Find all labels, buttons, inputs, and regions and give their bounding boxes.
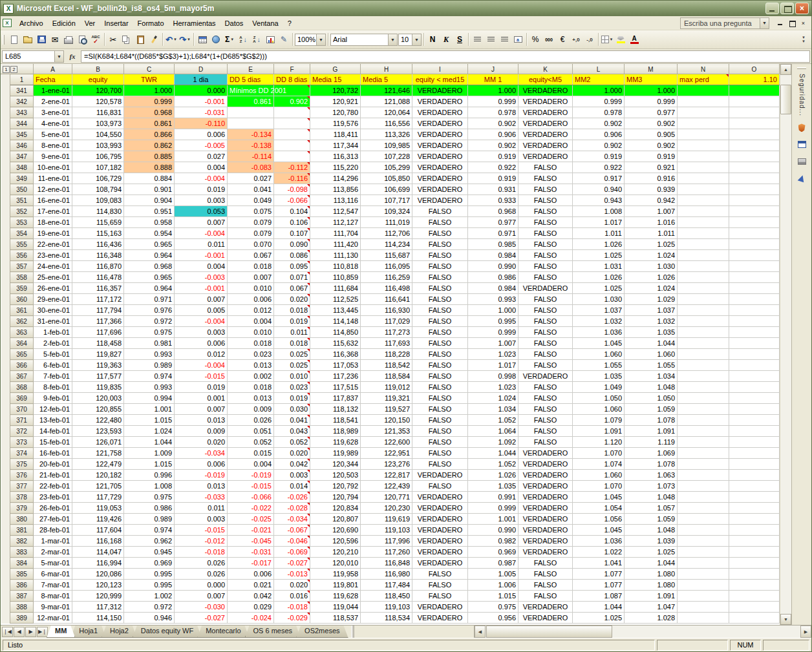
cell-M357[interactable]: 1.030 bbox=[625, 261, 678, 272]
cell-C342[interactable]: 0.999 bbox=[124, 96, 175, 107]
cell-K362[interactable]: FALSO bbox=[518, 316, 573, 327]
cell-C376[interactable]: 0.996 bbox=[124, 470, 175, 481]
cell-D1[interactable]: 1 dia bbox=[175, 74, 228, 85]
cell-D381[interactable]: -0.015 bbox=[175, 525, 228, 536]
cell-D375[interactable]: 0.006 bbox=[175, 459, 228, 470]
row-header-357[interactable]: 357 bbox=[10, 261, 34, 272]
cell-J348[interactable]: 0.922 bbox=[468, 162, 518, 173]
workbook-icon[interactable]: X bbox=[3, 19, 12, 27]
cell-M366[interactable]: 1.055 bbox=[625, 360, 678, 371]
cell-O385[interactable] bbox=[729, 569, 780, 580]
redo-button[interactable]: ↷▼ bbox=[178, 32, 191, 47]
cell-F362[interactable]: 0.019 bbox=[274, 316, 310, 327]
cell-B388[interactable]: 117,312 bbox=[72, 602, 124, 613]
column-header-G[interactable]: G bbox=[310, 65, 361, 74]
cell-K366[interactable]: FALSO bbox=[518, 360, 573, 371]
cell-H346[interactable]: 109,985 bbox=[361, 140, 412, 151]
cell-K379[interactable]: VERDADERO bbox=[518, 503, 573, 514]
toolbar-grip[interactable] bbox=[797, 67, 806, 69]
cell-I365[interactable]: FALSO bbox=[412, 349, 468, 360]
cell-B347[interactable]: 106,795 bbox=[72, 151, 124, 162]
cell-I353[interactable]: FALSO bbox=[412, 217, 468, 228]
cell-E384[interactable]: -0.017 bbox=[228, 558, 274, 569]
cell-C357[interactable]: 0.968 bbox=[124, 261, 175, 272]
cell-D364[interactable]: 0.006 bbox=[175, 338, 228, 349]
horizontal-scroll-thumb[interactable] bbox=[486, 626, 612, 638]
cell-L358[interactable]: 1.026 bbox=[573, 272, 625, 283]
cell-F346[interactable] bbox=[274, 140, 310, 151]
cell-G354[interactable]: 111,704 bbox=[310, 228, 361, 239]
cell-M1[interactable]: MM3 bbox=[625, 74, 678, 85]
row-header-382[interactable]: 382 bbox=[10, 536, 34, 547]
cell-O349[interactable] bbox=[729, 173, 780, 184]
print-button[interactable] bbox=[62, 32, 75, 47]
cell-J382[interactable]: 0.982 bbox=[468, 536, 518, 547]
cell-O361[interactable] bbox=[729, 305, 780, 316]
cell-H378[interactable]: 120,771 bbox=[361, 492, 412, 503]
cell-L378[interactable]: 1.045 bbox=[573, 492, 625, 503]
cell-C344[interactable]: 0.861 bbox=[124, 118, 175, 129]
cell-I374[interactable]: FALSO bbox=[412, 448, 468, 459]
cell-F374[interactable]: 0.020 bbox=[274, 448, 310, 459]
cell-E370[interactable]: 0.009 bbox=[228, 404, 274, 415]
cell-H377[interactable]: 122,439 bbox=[361, 481, 412, 492]
cell-L387[interactable]: 1.087 bbox=[573, 591, 625, 602]
underline-button[interactable]: S bbox=[453, 32, 466, 47]
cell-B352[interactable]: 114,830 bbox=[72, 206, 124, 217]
sheet-tab-datos-equity-wf[interactable]: Datos equity WF bbox=[133, 626, 202, 638]
cell-J374[interactable]: 1.044 bbox=[468, 448, 518, 459]
cell-K376[interactable]: VERDADERO bbox=[518, 470, 573, 481]
row-header-351[interactable]: 351 bbox=[10, 195, 34, 206]
cell-J345[interactable]: 0.906 bbox=[468, 129, 518, 140]
cell-F355[interactable]: 0.090 bbox=[274, 239, 310, 250]
cell-K387[interactable]: FALSO bbox=[518, 591, 573, 602]
cell-C369[interactable]: 0.994 bbox=[124, 393, 175, 404]
cell-J373[interactable]: 1.092 bbox=[468, 437, 518, 448]
cell-C347[interactable]: 0.885 bbox=[124, 151, 175, 162]
cell-H373[interactable]: 122,600 bbox=[361, 437, 412, 448]
cell-G358[interactable]: 110,859 bbox=[310, 272, 361, 283]
cell-N347[interactable] bbox=[678, 151, 729, 162]
cell-G375[interactable]: 120,344 bbox=[310, 459, 361, 470]
row-header-365[interactable]: 365 bbox=[10, 349, 34, 360]
cell-L377[interactable]: 1.070 bbox=[573, 481, 625, 492]
design-mode-button[interactable] bbox=[794, 171, 809, 185]
cell-M360[interactable]: 1.029 bbox=[625, 294, 678, 305]
cell-G383[interactable]: 120,210 bbox=[310, 547, 361, 558]
cell-L375[interactable]: 1.074 bbox=[573, 459, 625, 470]
cell-L349[interactable]: 0.917 bbox=[573, 173, 625, 184]
spelling-button[interactable]: ABC✓ bbox=[89, 32, 102, 47]
cell-E355[interactable]: 0.070 bbox=[228, 239, 274, 250]
cell-M352[interactable]: 1.007 bbox=[625, 206, 678, 217]
cell-N382[interactable] bbox=[678, 536, 729, 547]
cell-L389[interactable]: 1.025 bbox=[573, 613, 625, 624]
cell-M375[interactable]: 1.078 bbox=[625, 459, 678, 470]
cell-K350[interactable]: FALSO bbox=[518, 184, 573, 195]
cell-M362[interactable]: 1.032 bbox=[625, 316, 678, 327]
cell-O371[interactable] bbox=[729, 415, 780, 426]
cell-D389[interactable]: -0.027 bbox=[175, 613, 228, 624]
cell-O362[interactable] bbox=[729, 316, 780, 327]
cell-H355[interactable]: 114,234 bbox=[361, 239, 412, 250]
workbook-minimize-button[interactable] bbox=[775, 18, 785, 28]
cell-A385[interactable]: 6-mar-01 bbox=[34, 569, 72, 580]
cell-E353[interactable]: 0.079 bbox=[228, 217, 274, 228]
cell-G348[interactable]: 115,220 bbox=[310, 162, 361, 173]
cell-C345[interactable]: 0.866 bbox=[124, 129, 175, 140]
cell-I352[interactable]: FALSO bbox=[412, 206, 468, 217]
cell-H369[interactable]: 119,321 bbox=[361, 393, 412, 404]
cell-F382[interactable]: -0.046 bbox=[274, 536, 310, 547]
cell-E389[interactable]: -0.024 bbox=[228, 613, 274, 624]
cell-F357[interactable]: 0.095 bbox=[274, 261, 310, 272]
cell-G360[interactable]: 112,525 bbox=[310, 294, 361, 305]
column-header-E[interactable]: E bbox=[228, 65, 274, 74]
cell-H368[interactable]: 119,012 bbox=[361, 382, 412, 393]
cell-A379[interactable]: 26-feb-01 bbox=[34, 503, 72, 514]
cell-G377[interactable]: 120,792 bbox=[310, 481, 361, 492]
cell-F353[interactable]: 0.106 bbox=[274, 217, 310, 228]
cell-L356[interactable]: 1.025 bbox=[573, 250, 625, 261]
cell-F356[interactable]: 0.086 bbox=[274, 250, 310, 261]
cell-K347[interactable]: VERDADERO bbox=[518, 151, 573, 162]
row-header-345[interactable]: 345 bbox=[10, 129, 34, 140]
cell-A374[interactable]: 16-feb-01 bbox=[34, 448, 72, 459]
